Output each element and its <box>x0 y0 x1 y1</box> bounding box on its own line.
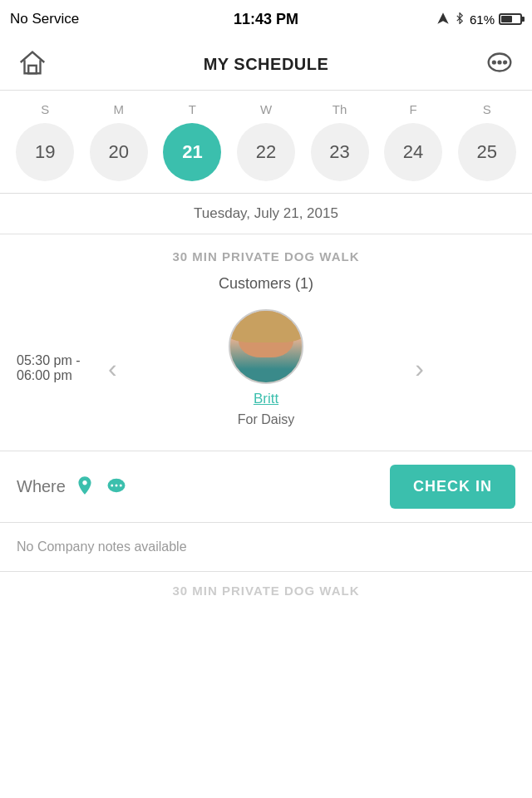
appointment-title: 30 MIN PRIVATE DOG WALK <box>17 249 515 264</box>
action-row: Where CHECK IN <box>0 451 532 523</box>
svg-point-4 <box>493 62 495 64</box>
day-header-mon: M <box>90 102 148 116</box>
svg-point-6 <box>504 62 506 64</box>
calendar-day-25[interactable]: 25 <box>458 123 516 181</box>
status-bar: No Service 11:43 PM 61% <box>0 0 532 38</box>
prev-customer-arrow[interactable]: ‹ <box>100 353 126 384</box>
location-arrow-icon <box>436 12 450 27</box>
customer-card: Britt For Daisy <box>126 309 407 427</box>
company-notes: No Company notes available <box>17 539 187 554</box>
calendar-day-23[interactable]: 23 <box>311 123 369 181</box>
chat-bubble-icon[interactable] <box>484 47 515 81</box>
day-header-thu: Th <box>311 102 369 116</box>
svg-point-10 <box>120 484 122 486</box>
day-header-sat: S <box>458 102 516 116</box>
calendar-section: S M T W Th F S 19 20 21 22 23 24 25 <box>0 91 532 194</box>
appointment-section: 30 MIN PRIVATE DOG WALK Customers (1) 05… <box>0 234 532 451</box>
customer-row: 05:30 pm - 06:00 pm ‹ Britt For Daisy › <box>17 309 515 427</box>
pet-name: For Daisy <box>238 412 294 427</box>
next-customer-arrow[interactable]: › <box>406 353 432 384</box>
day-header-fri: F <box>384 102 442 116</box>
calendar-day-22[interactable]: 22 <box>237 123 295 181</box>
notes-section: No Company notes available <box>0 523 532 572</box>
calendar-day-20[interactable]: 20 <box>90 123 148 181</box>
svg-marker-1 <box>437 12 448 23</box>
bluetooth-icon <box>454 12 466 27</box>
svg-point-9 <box>115 484 117 486</box>
carrier-text: No Service <box>10 11 79 27</box>
day-header-tue: T <box>163 102 221 116</box>
svg-point-8 <box>111 484 113 486</box>
calendar-day-19[interactable]: 19 <box>16 123 74 181</box>
app-header: MY SCHEDULE <box>0 38 532 91</box>
where-section: Where <box>17 473 129 501</box>
time-end: 06:00 pm <box>17 368 100 383</box>
status-right: 61% <box>436 12 522 27</box>
svg-point-5 <box>499 62 501 64</box>
location-pin-icon[interactable] <box>74 475 96 500</box>
second-appointment-stub: 30 MIN PRIVATE DOG WALK <box>0 572 532 598</box>
battery-percent: 61% <box>470 12 495 27</box>
page-title: MY SCHEDULE <box>204 55 329 74</box>
where-label: Where <box>17 477 66 496</box>
second-appointment-title: 30 MIN PRIVATE DOG WALK <box>17 584 515 598</box>
day-numbers: 19 20 21 22 23 24 25 <box>0 123 532 193</box>
time-start: 05:30 pm - <box>17 353 100 368</box>
status-left: No Service <box>10 11 84 27</box>
home-icon[interactable] <box>17 47 48 81</box>
day-header-wed: W <box>237 102 295 116</box>
avatar <box>229 309 303 384</box>
message-icon[interactable] <box>104 473 129 501</box>
battery-indicator <box>499 13 522 25</box>
time-block: 05:30 pm - 06:00 pm <box>17 353 100 383</box>
customers-count: Customers (1) <box>17 275 515 293</box>
status-time: 11:43 PM <box>234 11 298 28</box>
svg-rect-2 <box>28 66 37 74</box>
selected-date-label: Tuesday, July 21, 2015 <box>0 194 532 234</box>
customer-name[interactable]: Britt <box>254 391 278 407</box>
day-header-sun: S <box>16 102 74 116</box>
day-headers: S M T W Th F S <box>0 102 532 116</box>
check-in-button[interactable]: CHECK IN <box>390 465 515 509</box>
calendar-day-24[interactable]: 24 <box>384 123 442 181</box>
calendar-day-21[interactable]: 21 <box>163 123 221 181</box>
